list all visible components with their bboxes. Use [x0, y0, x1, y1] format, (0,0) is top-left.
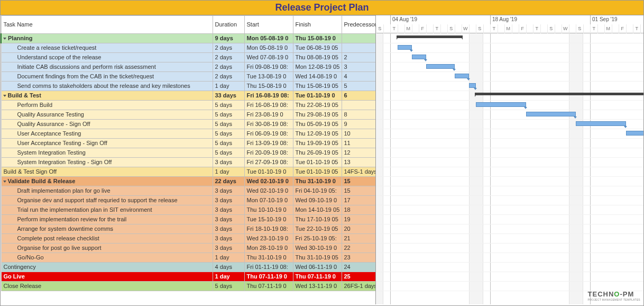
- table-row[interactable]: Quality Assurance Testing5 daysFri 23-08…: [1, 110, 376, 120]
- cell-task-name[interactable]: Close Release: [1, 282, 213, 291]
- cell-finish[interactable]: Thu 19-09-19 05: [293, 139, 342, 148]
- cell-pred[interactable]: [342, 43, 376, 53]
- gantt-task-bar[interactable]: [398, 45, 412, 50]
- cell-task-name[interactable]: Go Live: [1, 272, 213, 282]
- cell-start[interactable]: Thu 31-10-19 0: [244, 253, 293, 263]
- col-start[interactable]: Start: [244, 16, 293, 34]
- gantt-task-bar[interactable]: [476, 102, 526, 107]
- cell-duration[interactable]: 1 day: [213, 253, 244, 263]
- cell-start[interactable]: Wed 02-10-19 0: [244, 186, 293, 196]
- cell-finish[interactable]: Wed 14-08-19 0: [293, 72, 342, 82]
- cell-finish[interactable]: Tue 06-08-19 05: [293, 43, 342, 53]
- cell-duration[interactable]: 33 days: [213, 91, 244, 101]
- cell-duration[interactable]: 3 days: [213, 205, 244, 215]
- cell-task-name[interactable]: Initiate CAB discussions and perform ris…: [1, 62, 213, 72]
- cell-start[interactable]: Tue 15-10-19 0: [244, 215, 293, 224]
- cell-start[interactable]: Mon 05-08-19 0: [244, 43, 293, 53]
- cell-duration[interactable]: 1 day: [213, 272, 244, 282]
- gantt-task-bar[interactable]: [469, 83, 476, 88]
- cell-duration[interactable]: 5 days: [213, 101, 244, 110]
- cell-start[interactable]: Mon 05-08-19 0: [244, 34, 293, 43]
- cell-task-name[interactable]: Quality Assurance - Sign Off: [1, 120, 213, 129]
- table-row[interactable]: Initiate CAB discussions and perform ris…: [1, 62, 376, 72]
- cell-finish[interactable]: Wed 09-10-19 0: [293, 196, 342, 205]
- table-row[interactable]: Arrange for system downtime comms3 daysF…: [1, 224, 376, 234]
- cell-finish[interactable]: Thu 31-10-19 05: [293, 253, 342, 263]
- table-row[interactable]: Close Release5 daysThu 07-11-19 0Wed 13-…: [1, 282, 376, 291]
- cell-duration[interactable]: 3 days: [213, 244, 244, 253]
- table-row[interactable]: System Integration Testing - Sign Off3 d…: [1, 158, 376, 167]
- table-row[interactable]: Organise for post go live support3 daysM…: [1, 244, 376, 253]
- cell-task-name[interactable]: User Acceptance Testing: [1, 129, 213, 139]
- cell-task-name[interactable]: Go/No-Go: [1, 253, 213, 263]
- cell-task-name[interactable]: System Integration Testing: [1, 148, 213, 158]
- cell-task-name[interactable]: Planning: [1, 34, 213, 43]
- cell-task-name[interactable]: Draft implementation plan for go live: [1, 186, 213, 196]
- cell-duration[interactable]: 9 days: [213, 34, 244, 43]
- cell-start[interactable]: Fri 30-08-19 08:: [244, 120, 293, 129]
- cell-finish[interactable]: Thu 08-08-19 05: [293, 53, 342, 62]
- cell-duration[interactable]: 3 days: [213, 224, 244, 234]
- cell-start[interactable]: Thu 07-11-19 0: [244, 282, 293, 291]
- gantt-pane[interactable]: 04 Aug '1918 Aug '1901 Sep '1915 Sep '19…: [376, 15, 643, 304]
- cell-task-name[interactable]: Perform Build: [1, 101, 213, 110]
- cell-pred[interactable]: 22: [342, 244, 376, 253]
- cell-task-name[interactable]: Organise for post go live support: [1, 244, 213, 253]
- cell-start[interactable]: Wed 07-08-19 0: [244, 53, 293, 62]
- table-row[interactable]: Go Live1 dayThu 07-11-19 0Thu 07-11-19 0…: [1, 272, 376, 282]
- cell-duration[interactable]: 2 days: [213, 62, 244, 72]
- table-row[interactable]: Validate Build & Release22 daysWed 02-10…: [1, 177, 376, 186]
- cell-pred[interactable]: 25: [342, 272, 376, 282]
- cell-start[interactable]: Fri 18-10-19 08:: [244, 224, 293, 234]
- cell-task-name[interactable]: Arrange for system downtime comms: [1, 224, 213, 234]
- cell-task-name[interactable]: Organise dev and support staff requried …: [1, 196, 213, 205]
- cell-pred[interactable]: 19: [342, 215, 376, 224]
- cell-finish[interactable]: Thu 12-09-19 05: [293, 129, 342, 139]
- table-row[interactable]: Document findings from the CAB in the ti…: [1, 72, 376, 82]
- col-finish[interactable]: Finish: [293, 16, 342, 34]
- cell-pred[interactable]: 15: [342, 177, 376, 186]
- table-row[interactable]: Trial run the implementation plan in SIT…: [1, 205, 376, 215]
- cell-duration[interactable]: 2 days: [213, 43, 244, 53]
- collapse-arrow-icon[interactable]: [3, 95, 6, 97]
- table-row[interactable]: Contingency4 daysFri 01-11-19 08:Wed 06-…: [1, 263, 376, 272]
- gantt-summary-bar[interactable]: [476, 93, 643, 95]
- table-row[interactable]: Send comms to stakeholders about the rel…: [1, 82, 376, 91]
- cell-start[interactable]: Fri 27-09-19 08:: [244, 158, 293, 167]
- col-task-name[interactable]: Task Name: [1, 16, 213, 34]
- table-row[interactable]: System Integration Testing5 daysFri 20-0…: [1, 148, 376, 158]
- cell-pred[interactable]: 20: [342, 224, 376, 234]
- cell-finish[interactable]: Tue 01-10-19 05: [293, 158, 342, 167]
- gantt-task-bar[interactable]: [426, 64, 455, 69]
- cell-pred[interactable]: 21: [342, 234, 376, 244]
- table-row[interactable]: Understand scope of the release2 daysWed…: [1, 53, 376, 62]
- gantt-task-bar[interactable]: [526, 112, 576, 116]
- cell-duration[interactable]: 1 day: [213, 82, 244, 91]
- cell-task-name[interactable]: Build & Test: [1, 91, 213, 101]
- cell-task-name[interactable]: Validate Build & Release: [1, 177, 213, 186]
- cell-task-name[interactable]: Understand scope of the release: [1, 53, 213, 62]
- table-row[interactable]: Draft implementation plan for go live3 d…: [1, 186, 376, 196]
- collapse-arrow-icon[interactable]: [3, 38, 6, 40]
- col-duration[interactable]: Duration: [213, 16, 244, 34]
- cell-start[interactable]: Wed 23-10-19 0: [244, 234, 293, 244]
- cell-start[interactable]: Fri 13-09-19 08:: [244, 139, 293, 148]
- cell-finish[interactable]: Thu 31-10-19 0: [293, 177, 342, 186]
- cell-finish[interactable]: Fri 04-10-19 05:: [293, 186, 342, 196]
- cell-finish[interactable]: Fri 25-10-19 05:: [293, 234, 342, 244]
- cell-pred[interactable]: 17: [342, 196, 376, 205]
- cell-finish[interactable]: Mon 12-08-19 05: [293, 62, 342, 72]
- cell-start[interactable]: Fri 20-09-19 08:: [244, 148, 293, 158]
- cell-start[interactable]: Tue 13-08-19 0: [244, 72, 293, 82]
- table-row[interactable]: Go/No-Go1 dayThu 31-10-19 0Thu 31-10-19 …: [1, 253, 376, 263]
- table-row[interactable]: Build & Test Sign Off1 dayTue 01-10-19 0…: [1, 167, 376, 177]
- cell-start[interactable]: Thu 15-08-19 0: [244, 82, 293, 91]
- cell-finish[interactable]: Wed 06-11-19 0: [293, 263, 342, 272]
- cell-task-name[interactable]: Trial run the implementation plan in SIT…: [1, 205, 213, 215]
- cell-finish[interactable]: Tue 01-10-19 05: [293, 167, 342, 177]
- gantt-task-bar[interactable]: [576, 121, 626, 126]
- gantt-task-bar[interactable]: [626, 131, 644, 136]
- cell-task-name[interactable]: Quality Assurance Testing: [1, 110, 213, 120]
- cell-duration[interactable]: 2 days: [213, 53, 244, 62]
- table-row[interactable]: Organise dev and support staff requried …: [1, 196, 376, 205]
